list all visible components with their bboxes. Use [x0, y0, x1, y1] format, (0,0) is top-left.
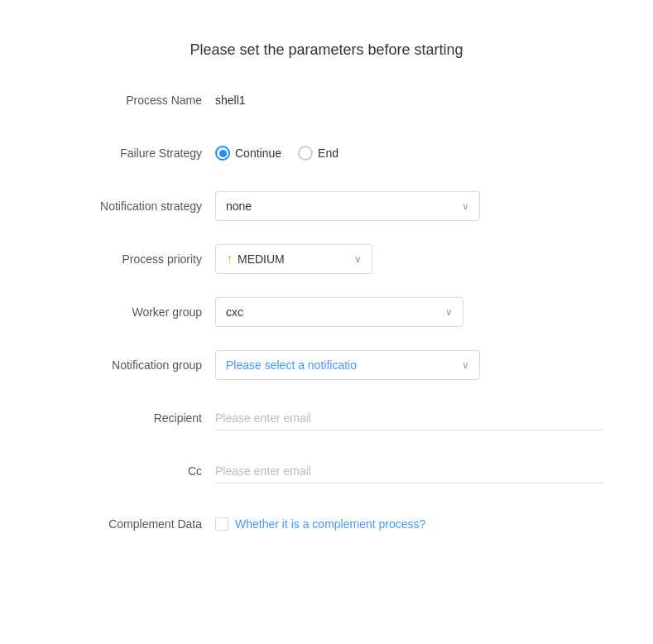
- failure-strategy-radio-group: Continue End: [215, 146, 339, 161]
- notification-group-label: Notification group: [50, 358, 215, 372]
- radio-circle-end[interactable]: [298, 146, 313, 161]
- priority-box: ↑ MEDIUM: [226, 252, 285, 267]
- process-priority-value: MEDIUM: [238, 252, 285, 266]
- process-name-row: Process Name shell1: [50, 84, 603, 117]
- priority-arrow-icon: ↑: [226, 252, 233, 267]
- complement-data-text: Whether it is a complement process?: [235, 517, 425, 531]
- worker-group-label: Worker group: [50, 305, 215, 319]
- notification-strategy-row: Notification strategy none ∨: [50, 190, 603, 223]
- complement-data-group: Whether it is a complement process?: [215, 517, 425, 531]
- chevron-down-icon-priority: ∨: [354, 253, 362, 265]
- process-priority-label: Process priority: [50, 252, 215, 266]
- worker-group-value: cxc: [226, 305, 243, 319]
- recipient-label: Recipient: [50, 411, 215, 425]
- notification-group-select[interactable]: Please select a notificatio ∨: [215, 350, 480, 380]
- chevron-down-icon-worker: ∨: [445, 306, 453, 318]
- notification-strategy-value: none: [226, 199, 252, 213]
- cc-input[interactable]: [215, 459, 603, 483]
- chevron-down-icon-notification: ∨: [462, 359, 469, 371]
- worker-group-row: Worker group cxc ∨: [50, 296, 603, 329]
- dialog-title: Please set the parameters before startin…: [50, 41, 603, 59]
- process-priority-select[interactable]: ↑ MEDIUM ∨: [215, 244, 372, 274]
- complement-data-row: Complement Data Whether it is a compleme…: [50, 507, 603, 541]
- failure-strategy-label: Failure Strategy: [50, 147, 215, 160]
- process-name-label: Process Name: [50, 94, 215, 107]
- process-priority-row: Process priority ↑ MEDIUM ∨: [50, 243, 603, 276]
- recipient-input[interactable]: [215, 406, 603, 430]
- recipient-row: Recipient: [50, 401, 603, 435]
- complement-data-checkbox[interactable]: [215, 517, 228, 531]
- notification-strategy-label: Notification strategy: [50, 199, 215, 213]
- chevron-down-icon: ∨: [462, 200, 469, 212]
- process-name-value: shell1: [215, 94, 246, 107]
- complement-data-label: Complement Data: [50, 517, 215, 531]
- worker-group-select[interactable]: cxc ∨: [215, 297, 463, 327]
- radio-circle-continue[interactable]: [215, 146, 230, 161]
- radio-end[interactable]: End: [298, 146, 339, 161]
- notification-group-placeholder: Please select a notificatio: [226, 358, 357, 372]
- radio-continue[interactable]: Continue: [215, 146, 281, 161]
- notification-group-row: Notification group Please select a notif…: [50, 348, 603, 382]
- failure-strategy-row: Failure Strategy Continue End: [50, 137, 603, 170]
- radio-label-end: End: [318, 147, 339, 160]
- dialog-container: Please set the parameters before startin…: [17, 17, 636, 585]
- notification-strategy-select[interactable]: none ∨: [215, 191, 480, 221]
- radio-label-continue: Continue: [235, 147, 281, 160]
- cc-label: Cc: [50, 464, 215, 478]
- cc-row: Cc: [50, 454, 603, 488]
